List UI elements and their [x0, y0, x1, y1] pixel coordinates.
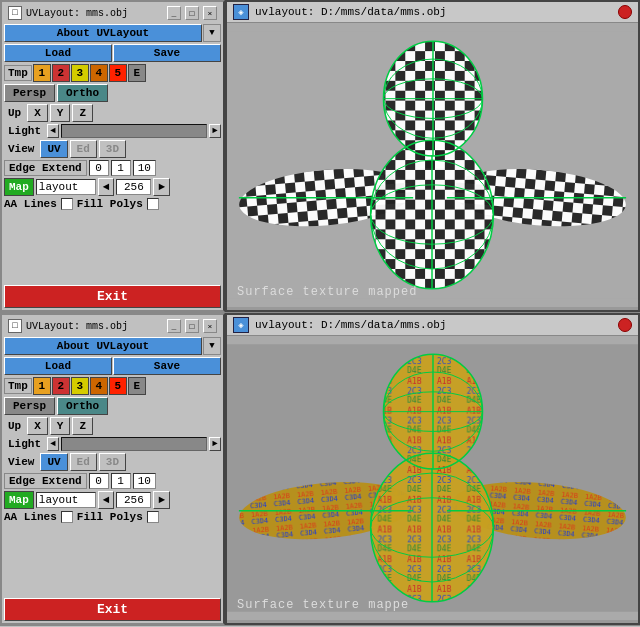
about-button-bottom[interactable]: About UVLayout: [4, 337, 202, 355]
tmp-1-bottom[interactable]: 1: [33, 377, 51, 395]
3d-btn-top[interactable]: 3D: [99, 140, 126, 158]
view-row-top: View UV Ed 3D: [4, 140, 221, 158]
up-row-bottom: Up X Y Z: [4, 417, 221, 435]
bottom-panel-row: □ UVLayout: mms.obj _ □ × About UVLayout…: [0, 313, 640, 626]
map-num-top: 256: [116, 179, 151, 195]
persp-row-bottom: Persp Ortho: [4, 397, 221, 415]
vp-close-top[interactable]: [618, 5, 632, 19]
vp-content-bottom[interactable]: A1B 2C3 D4E 1A2B C3D4: [227, 336, 638, 620]
up-label-bottom: Up: [4, 419, 25, 433]
control-panel-top: □ UVLayout: mms.obj _ □ × About UVLayout…: [0, 0, 225, 312]
fill-label-bottom: Fill Polys: [77, 511, 143, 523]
map-arrow-right-top[interactable]: ►: [153, 178, 170, 196]
load-save-row-bottom: Load Save: [4, 357, 221, 375]
map-input-bottom[interactable]: [36, 492, 96, 508]
y-axis-btn-top[interactable]: Y: [50, 104, 71, 122]
z-axis-btn-bottom[interactable]: Z: [72, 417, 93, 435]
aa-checkbox-top[interactable]: [61, 198, 73, 210]
map-label-bottom[interactable]: Map: [4, 491, 34, 509]
persp-row-top: Persp Ortho: [4, 84, 221, 102]
window-title-top: UVLayout: mms.obj: [26, 8, 163, 19]
light-row-top: Light ◄ ►: [4, 124, 221, 138]
edge-10-bottom: 10: [133, 473, 156, 489]
x-axis-btn-top[interactable]: X: [27, 104, 48, 122]
persp-btn-top[interactable]: Persp: [4, 84, 55, 102]
window-title-bottom: UVLayout: mms.obj: [26, 321, 163, 332]
model-svg-top: [227, 23, 638, 307]
ed-btn-top[interactable]: Ed: [70, 140, 97, 158]
max-btn-bottom[interactable]: □: [185, 319, 199, 333]
tmp-3-top[interactable]: 3: [71, 64, 89, 82]
fill-checkbox-top[interactable]: [147, 198, 159, 210]
light-slider-left-top[interactable]: ◄: [47, 124, 59, 138]
tmp-e-top[interactable]: E: [128, 64, 146, 82]
load-button-top[interactable]: Load: [4, 44, 112, 62]
vp-content-top[interactable]: Surface texture mapped: [227, 23, 638, 307]
persp-btn-bottom[interactable]: Persp: [4, 397, 55, 415]
save-button-bottom[interactable]: Save: [113, 357, 221, 375]
map-label-top[interactable]: Map: [4, 178, 34, 196]
about-row-bottom: About UVLayout ▼: [4, 337, 221, 355]
map-row-bottom: Map ◄ 256 ►: [4, 491, 221, 509]
map-num-bottom: 256: [116, 492, 151, 508]
tmp-2-top[interactable]: 2: [52, 64, 70, 82]
tmp-2-bottom[interactable]: 2: [52, 377, 70, 395]
exit-button-top[interactable]: Exit: [4, 285, 221, 308]
window-icon-bottom: □: [8, 319, 22, 333]
map-input-top[interactable]: [36, 179, 96, 195]
window-icon-top: □: [8, 6, 22, 20]
edge-row-top: Edge Extend 0 1 10: [4, 160, 221, 176]
map-arrow-left-top[interactable]: ◄: [98, 178, 115, 196]
close-btn-bottom[interactable]: ×: [203, 319, 217, 333]
tmp-4-bottom[interactable]: 4: [90, 377, 108, 395]
ortho-btn-bottom[interactable]: Ortho: [57, 397, 108, 415]
ortho-btn-top[interactable]: Ortho: [57, 84, 108, 102]
tmp-1-top[interactable]: 1: [33, 64, 51, 82]
uv-btn-bottom[interactable]: UV: [40, 453, 67, 471]
load-button-bottom[interactable]: Load: [4, 357, 112, 375]
y-axis-btn-bottom[interactable]: Y: [50, 417, 71, 435]
light-slider-right-bottom[interactable]: ►: [209, 437, 221, 451]
x-axis-btn-bottom[interactable]: X: [27, 417, 48, 435]
light-slider-right-top[interactable]: ►: [209, 124, 221, 138]
light-label-bottom: Light: [4, 437, 45, 451]
titlebar-bottom: □ UVLayout: mms.obj _ □ ×: [4, 317, 221, 335]
tmp-4-top[interactable]: 4: [90, 64, 108, 82]
min-btn-top[interactable]: _: [167, 6, 181, 20]
up-row-top: Up X Y Z: [4, 104, 221, 122]
viewport-top[interactable]: ◈ uvlayout: D:/mms/data/mms.obj: [225, 0, 640, 312]
titlebar-top: □ UVLayout: mms.obj _ □ ×: [4, 4, 221, 22]
up-label-top: Up: [4, 106, 25, 120]
tmp-3-bottom[interactable]: 3: [71, 377, 89, 395]
3d-btn-bottom[interactable]: 3D: [99, 453, 126, 471]
exit-button-bottom[interactable]: Exit: [4, 598, 221, 621]
light-slider-track-top[interactable]: [61, 124, 207, 138]
tmp-5-top[interactable]: 5: [109, 64, 127, 82]
tmp-label-top: Tmp: [4, 65, 32, 81]
tmp-5-bottom[interactable]: 5: [109, 377, 127, 395]
tmp-e-bottom[interactable]: E: [128, 377, 146, 395]
edge-0-top: 0: [89, 160, 109, 176]
fill-checkbox-bottom[interactable]: [147, 511, 159, 523]
z-axis-btn-top[interactable]: Z: [72, 104, 93, 122]
close-btn-top[interactable]: ×: [203, 6, 217, 20]
tmp-label-bottom: Tmp: [4, 378, 32, 394]
uv-btn-top[interactable]: UV: [40, 140, 67, 158]
save-button-top[interactable]: Save: [113, 44, 221, 62]
surface-text-bottom: Surface texture mappe: [237, 598, 409, 612]
ed-btn-bottom[interactable]: Ed: [70, 453, 97, 471]
light-slider-track-bottom[interactable]: [61, 437, 207, 451]
edge-10-top: 10: [133, 160, 156, 176]
light-slider-left-bottom[interactable]: ◄: [47, 437, 59, 451]
about-button-top[interactable]: About UVLayout: [4, 24, 202, 42]
view-label-top: View: [4, 142, 38, 156]
aa-checkbox-bottom[interactable]: [61, 511, 73, 523]
max-btn-top[interactable]: □: [185, 6, 199, 20]
map-arrow-left-bottom[interactable]: ◄: [98, 491, 115, 509]
vp-close-bottom[interactable]: [618, 318, 632, 332]
fill-label-top: Fill Polys: [77, 198, 143, 210]
map-arrow-right-bottom[interactable]: ►: [153, 491, 170, 509]
load-save-row-top: Load Save: [4, 44, 221, 62]
min-btn-bottom[interactable]: _: [167, 319, 181, 333]
viewport-bottom[interactable]: ◈ uvlayout: D:/mms/data/mms.obj A1B 2C3 …: [225, 313, 640, 625]
